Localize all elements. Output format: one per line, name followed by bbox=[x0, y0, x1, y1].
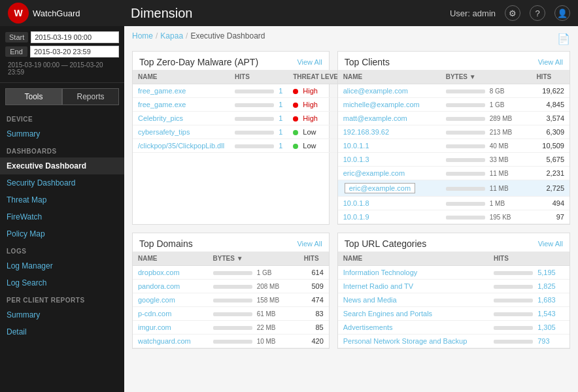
sidebar-item-log-manager[interactable]: Log Manager bbox=[0, 257, 124, 274]
domain-bytes: 10 MB bbox=[208, 335, 299, 348]
client-name-cell[interactable]: 10.0.1.8 bbox=[338, 197, 441, 210]
clients-col-hits: HITS bbox=[531, 70, 570, 84]
url-name[interactable]: Internet Radio and TV bbox=[338, 280, 488, 293]
client-name[interactable]: michelle@example.com bbox=[343, 101, 420, 108]
url-col-name: NAME bbox=[338, 252, 488, 266]
malware-name[interactable]: free_game.exe bbox=[133, 84, 230, 98]
sidebar-item-exec-dash[interactable]: Executive Dashboard bbox=[0, 157, 124, 174]
clients-col-name: NAME bbox=[338, 70, 441, 84]
client-name[interactable]: eric@example.com bbox=[343, 169, 405, 177]
table-row: 10.0.1.1 40 MB 10,509 bbox=[338, 139, 570, 153]
client-name-cell[interactable]: alice@example.com bbox=[338, 84, 441, 98]
domain-name[interactable]: dropbox.com bbox=[133, 266, 208, 280]
breadcrumb: Home / Kapaa / Executive Dashboard bbox=[132, 31, 265, 41]
end-date[interactable]: 2015-03-20 23:59 bbox=[30, 46, 119, 57]
domain-hits: 614 bbox=[299, 266, 329, 280]
client-name-cell[interactable]: 192.168.39.62 bbox=[338, 125, 441, 139]
breadcrumb-kapaa[interactable]: Kapaa bbox=[160, 31, 183, 41]
sidebar-item-per-client-summary[interactable]: Summary bbox=[0, 306, 124, 323]
client-name-cell[interactable]: eric@example.com bbox=[338, 167, 441, 180]
client-name-cell[interactable]: michelle@example.com bbox=[338, 98, 441, 112]
header: W WatchGuard Dimension User: admin ⚙ ? 👤 bbox=[0, 0, 578, 26]
sidebar: Start 2015-03-19 00:00 End 2015-03-20 23… bbox=[0, 26, 124, 392]
client-hits: 5,675 bbox=[531, 153, 570, 167]
sidebar-item-log-search[interactable]: Log Search bbox=[0, 274, 124, 291]
url-name[interactable]: Search Engines and Portals bbox=[338, 307, 488, 321]
table-row: watchguard.com 10 MB 420 bbox=[133, 335, 329, 348]
malware-name[interactable]: /clickpop/35/ClickpopLib.dll bbox=[133, 139, 230, 153]
client-name-cell[interactable]: 10.0.1.3 bbox=[338, 153, 441, 167]
tooltip: eric@example.com bbox=[345, 183, 415, 193]
per-client-section-label: PER CLIENT REPORTS bbox=[0, 291, 124, 306]
url-name[interactable]: Personal Network Storage and Backup bbox=[338, 335, 488, 348]
url-hits: 1,543 bbox=[488, 307, 570, 321]
client-hits: 2,231 bbox=[531, 167, 570, 180]
client-name-cell[interactable]: matt@example.com bbox=[338, 112, 441, 125]
sidebar-item-firewatch[interactable]: FireWatch bbox=[0, 208, 124, 225]
malware-hits: 1 bbox=[230, 84, 288, 98]
pdf-icon[interactable]: 📄 bbox=[557, 33, 570, 45]
sidebar-item-summary[interactable]: Summary bbox=[0, 125, 124, 142]
domains-viewall[interactable]: View All bbox=[297, 240, 322, 248]
clients-viewall[interactable]: View All bbox=[538, 58, 563, 66]
client-name[interactable]: 192.168.39.62 bbox=[343, 128, 389, 136]
domains-col-bytes: BYTES ▼ bbox=[208, 252, 299, 266]
url-viewall[interactable]: View All bbox=[538, 240, 563, 248]
client-name[interactable]: 10.0.1.8 bbox=[343, 199, 369, 207]
client-name[interactable]: alice@example.com bbox=[343, 87, 408, 95]
domain-name[interactable]: imgur.com bbox=[133, 321, 208, 335]
settings-icon[interactable]: ⚙ bbox=[505, 5, 520, 21]
domain-hits: 420 bbox=[299, 335, 329, 348]
table-row: free_game.exe 1 High bbox=[133, 84, 347, 98]
client-name-cell[interactable]: eric@example.com bbox=[338, 180, 441, 197]
domain-hits: 85 bbox=[299, 321, 329, 335]
domain-hits: 83 bbox=[299, 307, 329, 321]
sidebar-item-per-client-detail[interactable]: Detail bbox=[0, 323, 124, 340]
client-hits: 494 bbox=[531, 197, 570, 210]
start-date[interactable]: 2015-03-19 00:00 bbox=[31, 31, 119, 43]
user-icon[interactable]: 👤 bbox=[554, 5, 570, 21]
domain-name[interactable]: watchguard.com bbox=[133, 335, 208, 348]
client-bytes: 1 MB bbox=[441, 197, 532, 210]
tools-button[interactable]: Tools bbox=[5, 88, 62, 105]
logs-section-label: LOGS bbox=[0, 242, 124, 257]
breadcrumb-home[interactable]: Home bbox=[132, 31, 153, 41]
domain-name[interactable]: google.com bbox=[133, 293, 208, 307]
logo-area: W WatchGuard bbox=[8, 3, 80, 24]
malware-hits: 1 bbox=[230, 139, 288, 153]
sidebar-item-policy-map[interactable]: Policy Map bbox=[0, 225, 124, 242]
domain-hits: 509 bbox=[299, 280, 329, 293]
help-icon[interactable]: ? bbox=[530, 5, 545, 21]
client-name[interactable]: 10.0.1.3 bbox=[343, 155, 369, 163]
domain-hits: 474 bbox=[299, 293, 329, 307]
sidebar-item-security-dash[interactable]: Security Dashboard bbox=[0, 174, 124, 191]
sidebar-item-threat-map[interactable]: Threat Map bbox=[0, 191, 124, 208]
client-name-cell[interactable]: 10.0.1.1 bbox=[338, 139, 441, 153]
start-label: Start bbox=[5, 32, 28, 42]
client-name[interactable]: 10.0.1.9 bbox=[343, 213, 369, 221]
table-row: 192.168.39.62 213 MB 6,309 bbox=[338, 125, 570, 139]
client-hits: 10,509 bbox=[531, 139, 570, 153]
malware-viewall[interactable]: View All bbox=[297, 58, 322, 66]
client-name[interactable]: matt@example.com bbox=[343, 114, 407, 122]
malware-name[interactable]: Celebrity_pics bbox=[133, 112, 230, 125]
client-bytes: 33 MB bbox=[441, 153, 532, 167]
domain-name[interactable]: p-cdn.com bbox=[133, 307, 208, 321]
url-name[interactable]: News and Media bbox=[338, 293, 488, 307]
malware-name[interactable]: free_game.exe bbox=[133, 98, 230, 112]
malware-hits: 1 bbox=[230, 112, 288, 125]
url-name[interactable]: Advertisements bbox=[338, 321, 488, 335]
client-name-cell[interactable]: 10.0.1.9 bbox=[338, 210, 441, 224]
end-label: End bbox=[5, 46, 27, 57]
url-title: Top URL Categories bbox=[345, 238, 427, 249]
domain-name[interactable]: pandora.com bbox=[133, 280, 208, 293]
url-col-hits: HITS bbox=[488, 252, 570, 266]
table-row: p-cdn.com 61 MB 83 bbox=[133, 307, 329, 321]
url-table: NAME HITS Information Technology 5,195 I… bbox=[338, 252, 570, 348]
client-name[interactable]: 10.0.1.1 bbox=[343, 142, 369, 150]
malware-panel: Top Zero-Day Malware (APT) View All NAME… bbox=[132, 51, 330, 225]
url-name[interactable]: Information Technology bbox=[338, 266, 488, 280]
table-row: 10.0.1.8 1 MB 494 bbox=[338, 197, 570, 210]
malware-name[interactable]: cybersafety_tips bbox=[133, 125, 230, 139]
reports-button[interactable]: Reports bbox=[62, 88, 119, 105]
